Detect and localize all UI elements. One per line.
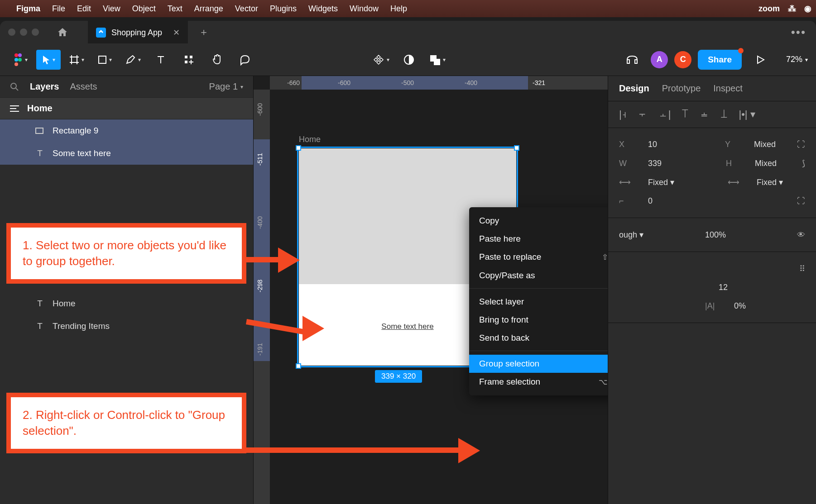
tab-shopping-app[interactable]: Shopping App ✕ — [88, 21, 188, 43]
audio-icon[interactable] — [620, 50, 644, 70]
frame-header[interactable]: Home — [0, 97, 253, 119]
arrow-icon — [302, 316, 324, 341]
ctx-frame-selection[interactable]: Frame selection⌥⌘G — [469, 373, 608, 391]
svg-point-16 — [11, 83, 16, 89]
avatar-c[interactable]: C — [674, 51, 691, 68]
ctx-send-back[interactable]: Send to back[ — [469, 329, 608, 347]
independent-corners-icon[interactable]: ⛶ — [797, 196, 805, 206]
ctx-paste-here[interactable]: Paste here — [469, 230, 608, 248]
ctx-copy[interactable]: Copy⌘C — [469, 212, 608, 230]
close-tab-icon[interactable]: ✕ — [173, 28, 180, 38]
w-input[interactable]: 339 — [648, 159, 662, 168]
hand-tool[interactable] — [205, 50, 229, 70]
share-button[interactable]: Share — [698, 50, 742, 70]
menu-arrange[interactable]: Arrange — [194, 4, 223, 14]
avatar-a[interactable]: A — [651, 51, 668, 68]
page-selector[interactable]: Page 1▾ — [209, 81, 243, 92]
home-tab-icon[interactable] — [57, 27, 68, 37]
resize-handle-tr[interactable] — [514, 145, 519, 151]
ctx-copy-paste-as[interactable]: Copy/Paste as▶ — [469, 266, 608, 285]
letter-spacing-input[interactable]: 0% — [734, 301, 746, 311]
ctx-group-selection[interactable]: Group selection⌘G — [469, 355, 608, 373]
menu-edit[interactable]: Edit — [77, 4, 91, 14]
traffic-lights[interactable] — [8, 29, 39, 36]
tab-prototype[interactable]: Prototype — [662, 83, 701, 94]
svg-point-0 — [14, 53, 18, 57]
menu-file[interactable]: File — [52, 4, 65, 14]
resources-tool[interactable] — [177, 50, 201, 70]
text-tool[interactable] — [149, 50, 173, 70]
align-vcenter-icon[interactable]: ⫨ — [700, 109, 710, 120]
layer-rectangle-9[interactable]: Rectangle 9 — [0, 119, 253, 142]
ctx-paste-replace[interactable]: Paste to replace⇧⌘R — [469, 248, 608, 266]
canvas[interactable]: -660 -600 -500 -400 -321 -600 -511 -400 … — [254, 76, 608, 504]
h-resize-select[interactable]: Fixed ▾ — [648, 177, 674, 187]
visibility-icon[interactable]: 👁 — [797, 230, 805, 240]
x-input[interactable]: 10 — [648, 140, 657, 149]
menubar-app-name[interactable]: Figma — [16, 4, 40, 14]
selection-dimensions: 339 × 320 — [375, 370, 422, 383]
resize-handle-tl[interactable] — [296, 145, 301, 151]
font-size-input[interactable]: 12 — [719, 283, 728, 292]
h-input[interactable]: Mixed — [755, 159, 777, 168]
menubar-status-icon[interactable]: ⁂ — [788, 4, 796, 14]
text-icon: T — [35, 299, 44, 309]
menu-plugins[interactable]: Plugins — [270, 4, 297, 14]
resize-handle-bl[interactable] — [296, 363, 301, 369]
align-top-icon[interactable]: ⟙ — [682, 109, 689, 120]
ruler-horizontal: -660 -600 -500 -400 -321 — [270, 76, 608, 90]
pen-tool[interactable]: ▾ — [120, 50, 145, 70]
comment-tool[interactable] — [233, 50, 257, 70]
svg-rect-10 — [185, 56, 187, 58]
menu-window[interactable]: Window — [350, 4, 379, 14]
menubar-status-icon-2[interactable]: ◉ — [804, 4, 811, 14]
boolean-tool[interactable]: ▾ — [425, 50, 449, 70]
shape-tool[interactable]: ▾ — [92, 50, 117, 70]
text-props-icon[interactable]: ⠿ — [799, 264, 805, 274]
opacity-input[interactable]: 100% — [705, 230, 726, 240]
more-icon[interactable]: ••• — [791, 25, 806, 39]
new-tab-button[interactable]: ＋ — [199, 25, 209, 39]
figma-menu-icon[interactable]: ▾ — [8, 50, 33, 70]
distribute-icon[interactable]: |•| ▾ — [739, 109, 755, 120]
align-bottom-icon[interactable]: ⟘ — [720, 109, 728, 120]
ruler-vertical: -600 -511 -400 -298 -191 — [254, 90, 270, 504]
tab-layers[interactable]: Layers — [30, 81, 59, 92]
canvas-frame-label[interactable]: Home — [299, 135, 321, 144]
align-right-icon[interactable]: ⫠| — [658, 109, 671, 120]
y-input[interactable]: Mixed — [754, 140, 776, 149]
layer-home[interactable]: T Home — [0, 292, 253, 315]
layer-trending-items[interactable]: T Trending Items — [0, 315, 253, 338]
v-resize-select[interactable]: Fixed ▾ — [757, 177, 783, 187]
move-tool[interactable]: ▾ — [36, 50, 61, 70]
rectangle-icon — [35, 128, 44, 134]
zoom-level[interactable]: 72%▾ — [786, 55, 808, 64]
search-icon[interactable] — [10, 82, 19, 91]
align-pixel-icon[interactable]: ⛶ — [797, 140, 805, 149]
layer-some-text[interactable]: T Some text here — [0, 142, 253, 165]
menubar-zoom-app[interactable]: zoom — [758, 4, 780, 14]
radius-input[interactable]: 0 — [648, 196, 653, 206]
menu-object[interactable]: Object — [132, 4, 156, 14]
component-tool[interactable]: ▾ — [369, 50, 393, 70]
menu-text[interactable]: Text — [168, 4, 182, 14]
tab-assets[interactable]: Assets — [70, 81, 97, 92]
align-hcenter-icon[interactable]: ⫟ — [638, 109, 648, 120]
frame-tool[interactable]: ▾ — [64, 50, 89, 70]
present-icon[interactable] — [748, 50, 773, 70]
ctx-select-layer[interactable]: Select layer▶ — [469, 292, 608, 311]
menu-view[interactable]: View — [103, 4, 120, 14]
main-toolbar: ▾ ▾ ▾ ▾ ▾ ▾ ▾ A C — [0, 43, 816, 76]
menu-widgets[interactable]: Widgets — [308, 4, 338, 14]
blend-mode-select[interactable]: ough ▾ — [619, 230, 643, 240]
menu-help[interactable]: Help — [390, 4, 407, 14]
svg-point-4 — [14, 62, 18, 66]
align-left-icon[interactable]: |⫞ — [619, 109, 627, 120]
tab-inspect[interactable]: Inspect — [713, 83, 742, 94]
tab-design[interactable]: Design — [619, 83, 649, 94]
ctx-bring-front[interactable]: Bring to front] — [469, 311, 608, 329]
menu-vector[interactable]: Vector — [235, 4, 258, 14]
svg-point-2 — [14, 58, 18, 62]
link-wh-icon[interactable]: ⟆ — [802, 158, 805, 168]
mask-tool[interactable] — [397, 50, 421, 70]
